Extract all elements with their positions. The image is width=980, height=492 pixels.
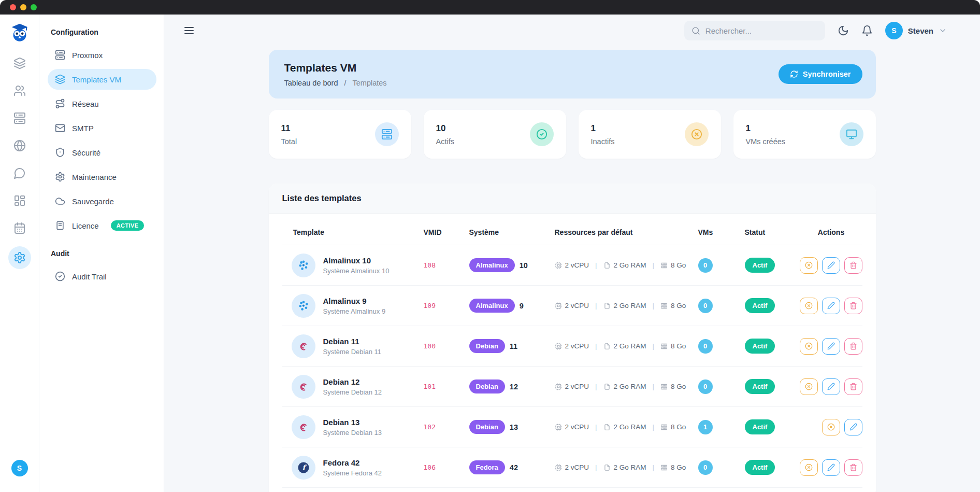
os-version: 13	[510, 423, 518, 431]
sidebar-item-audit-trail[interactable]: Audit Trail	[48, 266, 156, 287]
edit-button[interactable]	[822, 298, 840, 314]
sidebar-item-sauvegarde[interactable]: Sauvegarde	[48, 191, 156, 212]
rail-item-calendar[interactable]	[13, 222, 26, 234]
rail-item-users[interactable]	[13, 85, 26, 97]
resource-separator: |	[653, 342, 655, 350]
deactivate-button[interactable]	[800, 378, 818, 395]
sidebar-section-label: Audit	[51, 249, 156, 258]
stat-value: 10	[436, 123, 454, 134]
disk-icon	[660, 262, 668, 269]
delete-button[interactable]	[844, 378, 862, 395]
edit-button[interactable]	[822, 338, 840, 355]
breadcrumb-dashboard-link[interactable]: Tableau de bord	[284, 79, 338, 87]
rail-item-settings[interactable]	[8, 246, 31, 269]
minimize-window-button[interactable]	[20, 4, 26, 10]
table-row-debian-13: Debian 13Système Debian 13102Debian132 v…	[282, 407, 862, 447]
rail-user-avatar[interactable]: S	[11, 460, 28, 476]
deactivate-button[interactable]	[800, 459, 818, 476]
notifications-bell-icon[interactable]	[861, 25, 873, 36]
rail-item-chat[interactable]	[13, 167, 26, 179]
synchronize-button[interactable]: Synchroniser	[779, 64, 862, 84]
delete-button[interactable]	[844, 338, 862, 355]
owl-logo[interactable]	[10, 23, 30, 43]
delete-button[interactable]	[844, 298, 862, 314]
edit-button[interactable]	[822, 257, 840, 274]
ram-icon	[603, 383, 611, 390]
sidebar-item-proxmox[interactable]: Proxmox	[48, 45, 156, 65]
almalinux-logo	[292, 294, 315, 318]
rail-item-grid[interactable]	[13, 194, 26, 207]
menu-toggle-icon[interactable]	[183, 24, 195, 37]
sidebar-item-templates-vm[interactable]: Templates VM	[48, 69, 156, 90]
template-subtitle: Système Debian 12	[323, 388, 382, 396]
delete-button[interactable]	[844, 459, 862, 476]
chat-icon	[13, 167, 26, 179]
search-icon	[691, 26, 700, 35]
cpu-value: 2 vCPU	[565, 261, 589, 269]
cpu-icon	[555, 383, 562, 390]
os-version: 9	[520, 302, 524, 310]
disk-icon	[660, 343, 668, 350]
os-version: 10	[520, 261, 528, 270]
rail-item-globe[interactable]	[13, 139, 26, 152]
disk-value: 8 Go	[671, 383, 686, 390]
sidebar-item-maintenance[interactable]: Maintenance	[48, 166, 156, 187]
edit-button[interactable]	[822, 459, 840, 476]
template-name: Fedora 42	[323, 458, 382, 467]
cpu-icon	[555, 464, 562, 471]
os-badge: Debian	[469, 339, 505, 353]
topbar: S Steven	[164, 15, 980, 47]
delete-button[interactable]	[844, 257, 862, 274]
os-badge: Almalinux	[469, 258, 515, 272]
os-badge: Debian	[469, 379, 505, 393]
table-row-almalinux-9: Almalinux 9Système Almalinux 9109Almalin…	[282, 286, 862, 326]
status-badge: Actif	[745, 419, 775, 434]
stat-label: Inactifs	[591, 137, 615, 146]
stat-value: 1	[746, 123, 786, 134]
os-badge: Almalinux	[469, 299, 515, 313]
status-badge: Actif	[745, 258, 775, 273]
x-circle-icon	[685, 122, 709, 146]
dark-mode-toggle-moon-icon[interactable]	[838, 25, 849, 36]
server-icon	[375, 122, 399, 146]
table-row-debian-11: Debian 11Système Debian 11100Debian112 v…	[282, 326, 862, 367]
edit-button[interactable]	[822, 378, 840, 395]
fedora-logo: f	[292, 456, 315, 480]
os-version: 42	[510, 463, 518, 472]
column-header-actions: Actions	[800, 228, 862, 236]
sidebar-item-licence[interactable]: LicenceACTIVE	[48, 215, 156, 236]
settings-icon	[13, 251, 26, 264]
edit-button[interactable]	[844, 419, 862, 435]
resource-separator: |	[595, 423, 597, 431]
cpu-icon	[555, 262, 562, 269]
sidebar-item-smtp[interactable]: SMTP	[48, 118, 156, 138]
deactivate-button[interactable]	[822, 419, 840, 435]
ram-value: 2 Go RAM	[614, 383, 646, 390]
sidebar-item-securite[interactable]: Sécurité	[48, 142, 156, 163]
rail-item-layers[interactable]	[13, 57, 26, 69]
mail-icon	[55, 123, 65, 133]
template-subtitle: Système Debian 13	[323, 429, 382, 437]
deactivate-button[interactable]	[800, 257, 818, 274]
close-window-button[interactable]	[10, 4, 16, 10]
stats-row: 11Total10Actifs1Inactifs1VMs créées	[269, 110, 876, 159]
breadcrumb-separator: /	[344, 79, 347, 87]
deactivate-button[interactable]	[800, 298, 818, 314]
rail-item-server[interactable]	[13, 112, 26, 124]
check-circle-icon	[530, 122, 554, 146]
search-box	[684, 21, 825, 40]
debian-logo	[292, 334, 315, 358]
stat-card-inactifs: 1Inactifs	[579, 110, 721, 159]
calendar-icon	[13, 222, 26, 234]
sidebar: ConfigurationProxmoxTemplates VMRéseauSM…	[39, 15, 164, 492]
zoom-window-button[interactable]	[31, 4, 37, 10]
user-menu[interactable]: S Steven	[885, 22, 947, 39]
status-badge: Actif	[745, 298, 775, 313]
deactivate-button[interactable]	[800, 338, 818, 355]
vms-count-badge: 0	[698, 258, 713, 273]
debian-logo	[292, 415, 315, 439]
ram-value: 2 Go RAM	[614, 261, 646, 269]
sidebar-item-reseau[interactable]: Réseau	[48, 93, 156, 114]
search-input[interactable]	[705, 26, 818, 35]
synchronize-label: Synchroniser	[803, 70, 851, 78]
